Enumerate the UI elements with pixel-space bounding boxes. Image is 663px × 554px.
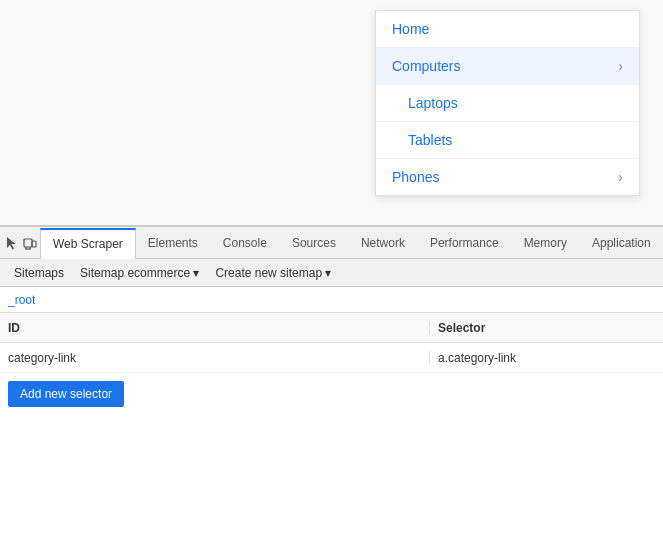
- breadcrumb-text: _root: [8, 293, 35, 307]
- menu-item-phones[interactable]: Phones›: [376, 159, 639, 195]
- toolbar-item-sitemaps[interactable]: Sitemaps: [8, 264, 70, 282]
- menu-item-label: Computers: [392, 58, 460, 74]
- tab-application[interactable]: Application: [580, 227, 663, 259]
- tab-console[interactable]: Console: [211, 227, 280, 259]
- svg-rect-1: [32, 241, 36, 247]
- tab-network[interactable]: Network: [349, 227, 418, 259]
- devtools-tab-bar: Web ScraperElementsConsoleSourcesNetwork…: [0, 227, 663, 259]
- menu-item-label: Phones: [392, 169, 439, 185]
- page-area: HomeComputers›LaptopsTabletsPhones›: [0, 0, 663, 225]
- cursor-icon[interactable]: [4, 232, 20, 254]
- tab-sources[interactable]: Sources: [280, 227, 349, 259]
- device-icon[interactable]: [22, 232, 38, 254]
- menu-item-tablets[interactable]: Tablets: [376, 122, 639, 159]
- devtools-panel: Web ScraperElementsConsoleSourcesNetwork…: [0, 225, 663, 509]
- add-new-selector-button[interactable]: Add new selector: [8, 381, 124, 407]
- cell-selector: a.category-link: [430, 351, 663, 365]
- tab-elements[interactable]: Elements: [136, 227, 211, 259]
- table-header: ID Selector: [0, 313, 663, 343]
- col-header-id: ID: [0, 321, 430, 335]
- menu-item-label: Laptops: [408, 95, 458, 111]
- menu-item-computers[interactable]: Computers›: [376, 48, 639, 85]
- toolbar-item-sitemap-ecommerce[interactable]: Sitemap ecommerce ▾: [74, 264, 205, 282]
- chevron-right-icon: ›: [618, 169, 623, 185]
- toolbar-item-create-new-sitemap[interactable]: Create new sitemap ▾: [209, 264, 337, 282]
- dropdown-menu: HomeComputers›LaptopsTabletsPhones›: [375, 10, 640, 196]
- devtools-body: _root ID Selector category-link a.catego…: [0, 287, 663, 509]
- chevron-right-icon: ›: [618, 58, 623, 74]
- tab-performance[interactable]: Performance: [418, 227, 512, 259]
- menu-item-label: Home: [392, 21, 429, 37]
- menu-item-label: Tablets: [408, 132, 452, 148]
- tab-memory[interactable]: Memory: [512, 227, 580, 259]
- selectors-table: ID Selector category-link a.category-lin…: [0, 313, 663, 373]
- tab-web-scraper[interactable]: Web Scraper: [40, 228, 136, 259]
- cell-id: category-link: [0, 351, 430, 365]
- table-row[interactable]: category-link a.category-link: [0, 343, 663, 373]
- menu-item-laptops[interactable]: Laptops: [376, 85, 639, 122]
- devtools-toolbar: SitemapsSitemap ecommerce ▾Create new si…: [0, 259, 663, 287]
- menu-item-home[interactable]: Home: [376, 11, 639, 48]
- svg-rect-0: [24, 239, 32, 247]
- col-header-selector: Selector: [430, 321, 663, 335]
- breadcrumb: _root: [0, 287, 663, 313]
